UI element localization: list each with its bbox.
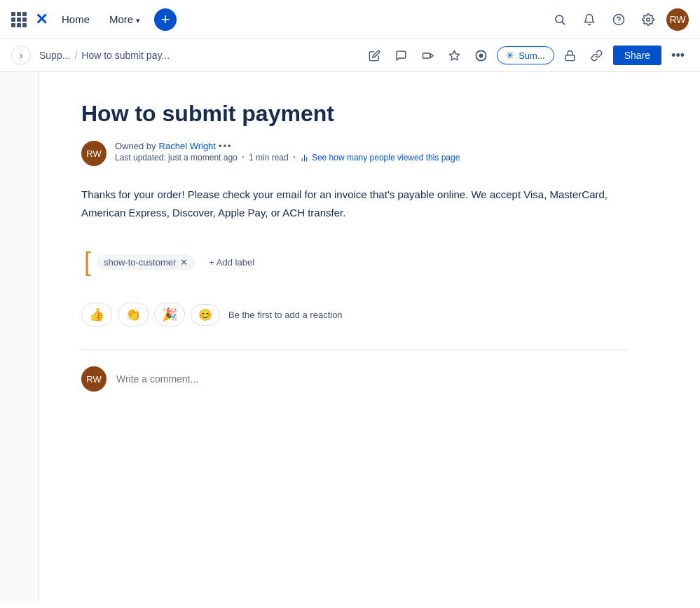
chevron-down-icon <box>136 13 140 25</box>
comment-input[interactable] <box>116 373 628 385</box>
create-button[interactable]: + <box>154 8 177 31</box>
chart-icon <box>300 153 309 163</box>
breadcrumb-parent[interactable]: Supp... <box>39 50 70 61</box>
help-icon <box>612 13 625 26</box>
summarize-button[interactable]: ✳ Sum... <box>497 46 554 64</box>
party-emoji: 🎉 <box>162 307 177 322</box>
settings-button[interactable] <box>637 8 659 31</box>
author-avatar: RW <box>81 141 107 166</box>
author-line: Owned by Rachel Wright ••• <box>115 141 460 151</box>
comment-icon[interactable] <box>390 45 411 66</box>
party-reaction-button[interactable]: 🎉 <box>154 303 185 326</box>
section-divider <box>81 349 628 350</box>
breadcrumb: Supp... / How to submit pay... <box>39 50 355 61</box>
gear-icon <box>642 13 654 26</box>
share-button[interactable]: Share <box>613 46 661 65</box>
add-label-button[interactable]: + Add label <box>203 254 260 270</box>
apps-grid-icon[interactable] <box>11 12 27 27</box>
edit-icon[interactable] <box>364 45 385 66</box>
page-body: Thanks for your order! Please check your… <box>81 186 628 221</box>
views-link[interactable]: See how many people viewed this page <box>300 153 460 163</box>
label-bracket: [ <box>84 249 91 275</box>
reactions-section: 👍 👏 🎉 😊 Be the first to add a reaction <box>81 303 628 326</box>
watch-icon[interactable] <box>470 45 491 66</box>
more-actions-button[interactable]: ••• <box>667 46 689 66</box>
user-avatar[interactable]: RW <box>666 8 689 31</box>
svg-marker-6 <box>430 53 433 57</box>
labels-section: [ show-to-customer ✕ + Add label <box>81 249 628 275</box>
main-layout: How to submit payment RW Owned by Rachel… <box>0 72 700 602</box>
label-text: show-to-customer <box>104 257 176 268</box>
nav-left: ✕ Home More + <box>11 8 549 31</box>
content-area: How to submit payment RW Owned by Rachel… <box>39 72 670 602</box>
notifications-button[interactable] <box>578 8 601 31</box>
last-updated-text: Last updated: just a moment ago <box>115 153 238 163</box>
confluence-logo[interactable]: ✕ <box>35 11 48 29</box>
svg-rect-10 <box>565 55 575 60</box>
breadcrumb-bar: › Supp... / How to submit pay... <box>0 39 700 72</box>
thumbs-up-emoji: 👍 <box>89 307 104 322</box>
add-reaction-button[interactable]: 😊 <box>191 304 220 326</box>
comment-section: RW <box>81 366 628 392</box>
author-meta: Owned by Rachel Wright ••• Last updated:… <box>115 141 460 163</box>
restrict-icon[interactable] <box>560 45 581 66</box>
label-tag: show-to-customer ✕ <box>97 254 195 270</box>
comment-user-avatar: RW <box>81 366 107 392</box>
body-text: Thanks for your order! Please check your… <box>81 186 628 221</box>
nav-right: RW <box>549 8 689 31</box>
home-nav-item[interactable]: Home <box>56 11 95 28</box>
page-title: How to submit payment <box>81 100 628 127</box>
reaction-prompt-text: Be the first to add a reaction <box>228 310 343 320</box>
video-icon[interactable] <box>417 45 438 66</box>
meta-dot-1: • <box>242 153 245 163</box>
more-nav-item[interactable]: More <box>104 11 146 28</box>
copy-link-icon[interactable] <box>586 45 608 66</box>
breadcrumb-separator: / <box>74 50 77 61</box>
owned-by-label: Owned by <box>115 141 156 151</box>
svg-line-1 <box>562 22 564 24</box>
sidebar <box>0 72 39 602</box>
clapping-emoji: 👏 <box>125 307 141 322</box>
meta-dot-2: • <box>293 153 296 163</box>
meta-line: Last updated: just a moment ago • 1 min … <box>115 153 460 163</box>
help-button[interactable] <box>608 8 630 31</box>
clapping-reaction-button[interactable]: 👏 <box>118 303 149 326</box>
top-navigation: ✕ Home More + RW <box>0 0 700 39</box>
author-more-dots[interactable]: ••• <box>219 141 233 151</box>
svg-rect-5 <box>423 53 430 57</box>
sidebar-toggle-button[interactable]: › <box>11 46 31 65</box>
author-name-link[interactable]: Rachel Wright <box>159 141 216 151</box>
breadcrumb-actions: ✳ Sum... Share ••• <box>364 45 689 66</box>
views-link-text: See how many people viewed this page <box>312 153 460 163</box>
label-remove-button[interactable]: ✕ <box>180 258 188 267</box>
search-button[interactable] <box>549 8 571 31</box>
breadcrumb-current[interactable]: How to submit pay... <box>81 50 170 61</box>
author-section: RW Owned by Rachel Wright ••• Last updat… <box>81 141 628 166</box>
bell-icon <box>583 13 596 26</box>
svg-point-9 <box>479 54 482 57</box>
thumbs-up-reaction-button[interactable]: 👍 <box>81 303 112 326</box>
search-icon <box>554 13 566 26</box>
svg-point-4 <box>647 18 650 21</box>
star-icon[interactable] <box>444 45 465 66</box>
read-time-text: 1 min read <box>249 153 289 163</box>
svg-marker-7 <box>449 50 459 60</box>
ai-sparkle-icon: ✳ <box>506 50 514 61</box>
smiley-emoji: 😊 <box>198 308 212 322</box>
